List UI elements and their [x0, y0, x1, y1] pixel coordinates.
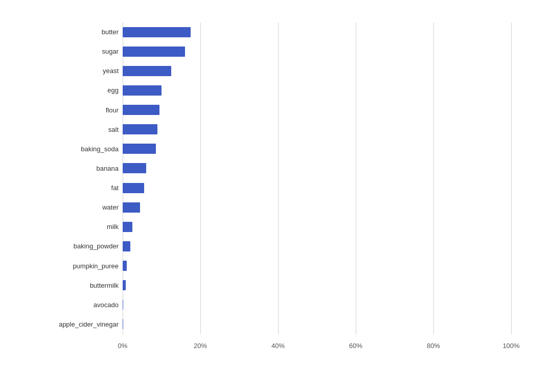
chart-container: 0% 20% 40% 60% 80% 100% buttersugaryeast…: [20, 12, 532, 380]
bar: [123, 202, 140, 213]
bar-label: apple_cider_vinegar: [21, 320, 119, 328]
x-label-80: 80%: [427, 342, 440, 350]
bar-row: salt: [123, 122, 511, 136]
grid-and-bars: 0% 20% 40% 60% 80% 100% buttersugaryeast…: [123, 22, 511, 350]
bar-label: milk: [21, 223, 119, 230]
bar-row: butter: [123, 25, 511, 39]
bar: [123, 144, 156, 154]
bar-row: fat: [123, 181, 511, 195]
bar: [123, 47, 185, 57]
bar: [123, 163, 146, 173]
bar: [123, 27, 191, 37]
bar-label: baking_soda: [21, 145, 119, 153]
bar-label: flour: [21, 106, 119, 114]
bar: [123, 299, 123, 310]
bar-row: water: [123, 200, 511, 215]
bars-wrapper: buttersugaryeasteggfloursaltbaking_sodab…: [123, 22, 511, 334]
chart-area: 0% 20% 40% 60% 80% 100% buttersugaryeast…: [123, 22, 511, 350]
bar-label: sugar: [21, 48, 119, 55]
bar-label: baking_powder: [21, 242, 119, 250]
bar: [123, 222, 132, 232]
bar-row: baking_soda: [123, 142, 511, 156]
bar-row: banana: [123, 161, 511, 175]
x-label-20: 20%: [194, 342, 207, 350]
bar-label: butter: [21, 28, 119, 36]
bar: [123, 124, 157, 134]
bar-row: yeast: [123, 64, 511, 78]
bar-row: buttermilk: [123, 278, 511, 292]
bar-row: egg: [123, 83, 511, 98]
bar-label: banana: [21, 165, 119, 172]
bar-label: fat: [21, 184, 119, 192]
bar-row: pumpkin_puree: [123, 259, 511, 273]
bar-row: milk: [123, 220, 511, 234]
bar-row: sugar: [123, 44, 511, 59]
bar: [123, 85, 162, 96]
bar-label: salt: [21, 126, 119, 133]
bar: [123, 183, 144, 193]
bar-row: baking_powder: [123, 239, 511, 253]
bar: [123, 105, 159, 115]
bar-label: buttermilk: [21, 282, 119, 289]
x-label-60: 60%: [349, 342, 362, 350]
bar: [123, 280, 126, 290]
x-label-100: 100%: [502, 342, 519, 350]
bar-row: flour: [123, 103, 511, 117]
x-label-0: 0%: [118, 342, 128, 350]
bar-label: egg: [21, 86, 119, 94]
bar-label: avocado: [21, 301, 119, 309]
bar-label: water: [21, 203, 119, 211]
bar-row: apple_cider_vinegar: [123, 317, 511, 331]
x-label-40: 40%: [271, 342, 285, 350]
bar: [123, 66, 171, 76]
bar: [123, 241, 130, 251]
bar-label: yeast: [21, 67, 119, 75]
bar-label: pumpkin_puree: [21, 262, 119, 270]
grid-line-100: [511, 22, 512, 334]
bar: [123, 261, 127, 271]
bar-row: avocado: [123, 297, 511, 312]
